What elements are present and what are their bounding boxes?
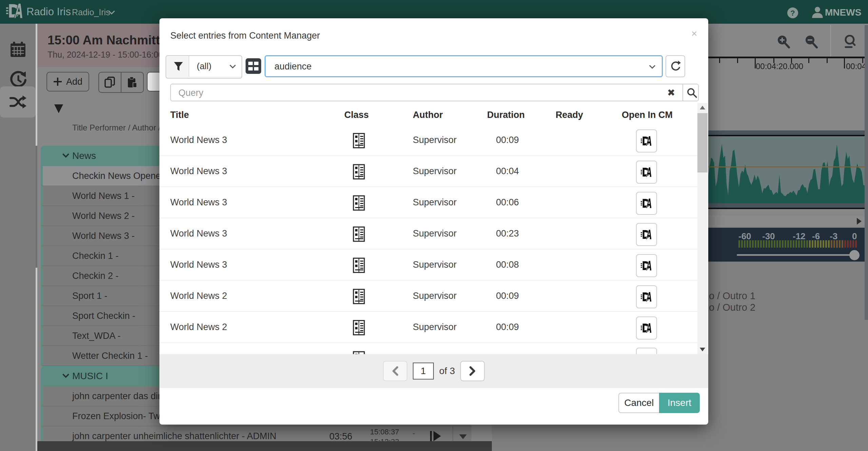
chevron-down-icon [649,65,656,69]
open-in-cm-icon [641,197,652,210]
history-icon [9,71,26,88]
cancel-button[interactable]: Cancel [618,393,659,413]
led-segment [844,240,846,248]
insert-button[interactable]: Insert [659,393,700,413]
item-mark: - [412,429,415,438]
next-page-button[interactable] [460,361,485,381]
play-icon[interactable] [429,430,442,442]
result-row[interactable]: World News 3Supervisor00:23 [159,218,698,249]
volume-slider-track[interactable] [737,254,856,256]
open-in-cm-icon [641,322,652,334]
volume-slider-knob[interactable] [849,250,860,260]
scroll-down-icon[interactable] [700,348,705,351]
open-in-cm-button[interactable] [636,161,657,184]
query-divider [682,84,683,101]
zoom-fit-button[interactable] [843,35,856,48]
column-class[interactable]: Class [344,110,369,120]
query-input[interactable] [178,86,647,99]
zoom-out-button[interactable] [805,35,818,48]
led-segment [828,240,830,248]
workspace-selector[interactable]: Radio_Iris [72,7,110,17]
scroll-right-icon[interactable] [857,218,862,225]
copy-button[interactable] [99,73,121,92]
open-in-cm-icon [641,135,652,147]
zoom-in-button[interactable] [777,35,790,48]
led-segment [817,240,819,248]
page-number-input[interactable] [413,363,434,380]
add-label: Add [66,77,82,87]
open-in-cm-button[interactable] [636,348,657,354]
led-segment [744,240,746,248]
scrollbar-thumb[interactable] [697,113,708,172]
open-in-cm-button[interactable] [636,192,657,215]
class-filter-select[interactable]: (all) [189,56,242,77]
led-segment [752,240,754,248]
search-icon[interactable] [687,87,697,98]
open-in-cm-button[interactable] [636,285,657,308]
open-in-cm-button[interactable] [636,223,657,246]
led-segment [850,240,851,248]
add-button[interactable]: Add [46,72,89,91]
prev-page-button[interactable] [383,361,407,381]
class-filter-value: (all) [197,61,211,71]
pagination-bar: of 3 [159,354,708,388]
result-row[interactable]: World News 3Supervisor00:08 [159,249,698,281]
table-select-button[interactable] [245,58,262,74]
open-in-cm-button[interactable] [636,316,657,340]
text-class-icon [353,351,365,354]
help-button[interactable]: ? [787,7,798,19]
column-ready[interactable]: Ready [556,110,583,120]
ruler-label: 00:04:20.000 [756,62,803,71]
ruler-tick [827,58,828,63]
zoom-fit-icon [843,35,856,50]
sidebar-item-shuffle[interactable] [0,86,36,118]
open-in-cm-button[interactable] [636,129,657,152]
text-class-icon [353,195,365,211]
ruler-tick [755,58,756,68]
open-in-cm-button[interactable] [636,254,657,277]
column-open-in-cm[interactable]: Open In CM [622,110,673,120]
user-icon [812,6,823,19]
result-row[interactable]: World News 3Supervisor00:06 [159,187,698,218]
result-duration: 00:06 [487,197,528,208]
refresh-button[interactable] [666,55,685,77]
led-segment [795,240,797,248]
item-title: World News 1 - [72,191,135,201]
funnel-icon [174,62,183,72]
result-row[interactable]: World News 3Supervisor00:04 [159,156,698,187]
group-label: MUSIC I [72,371,108,382]
led-segment [779,240,781,248]
close-icon[interactable]: × [691,28,697,39]
paste-icon [127,77,138,88]
clear-query-icon[interactable]: ✖ [667,87,675,98]
row-dropdown-icon[interactable] [459,434,467,439]
scroll-up-icon[interactable] [700,106,705,109]
led-segment [771,240,773,248]
chevron-down-icon [62,153,70,158]
search-input[interactable] [274,59,641,74]
ruler-tick [773,58,774,63]
results-scrollbar[interactable] [697,103,708,354]
result-row[interactable]: World News 3Supervisor00:09 [159,125,698,156]
filter-funnel-icon[interactable] [54,104,63,113]
led-segment [793,240,794,248]
result-author: Supervisor [413,166,457,177]
outro-label-1: o / Outro 1 [709,290,755,302]
sidebar-item-calendar[interactable] [0,34,36,65]
result-row[interactable]: World News 2Supervisor00:09 [159,281,698,312]
right-scrollbar[interactable] [865,25,868,320]
playlist-filter-label: Title Performer / Author / E [72,123,168,132]
column-author[interactable]: Author [413,110,443,120]
led-segment [836,240,838,248]
item-duration: 03:56 [329,431,352,442]
calendar-icon [9,41,26,58]
text-class-icon [353,320,365,335]
paste-button[interactable] [121,73,143,92]
column-duration[interactable]: Duration [487,110,525,120]
column-title[interactable]: Title [170,110,189,120]
result-row[interactable] [159,343,698,354]
user-menu[interactable]: MNEWS [825,7,861,18]
result-row[interactable]: World News 2Supervisor00:09 [159,312,698,343]
open-in-cm-icon [641,290,652,303]
playlist-scrollbar-thumb[interactable] [36,146,37,268]
